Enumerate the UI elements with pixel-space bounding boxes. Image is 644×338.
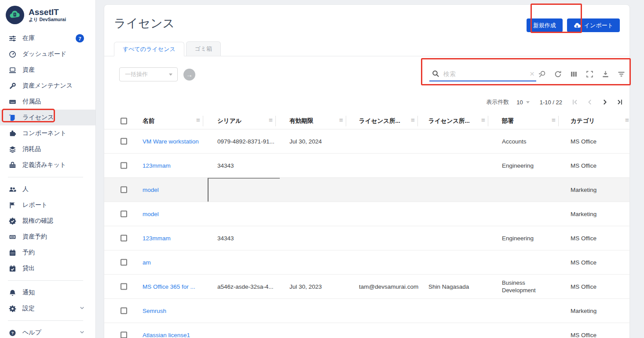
sidebar-item-predefined-kits[interactable]: 定義済みキット [0,157,95,173]
sidebar-item-components[interactable]: コンポーネント [0,125,95,141]
license-name-link[interactable]: model [143,211,159,217]
select-all-checkbox[interactable] [121,118,127,125]
license-name-link[interactable]: model [143,187,159,193]
column-separator[interactable] [488,116,488,126]
table-row[interactable]: SemrushMarketing [104,299,629,323]
sidebar-item-accessories[interactable]: 付属品 [0,94,95,110]
sidebar-item-asset-maintenance[interactable]: 資産メンテナンス [0,78,95,94]
column-separator[interactable] [417,116,418,126]
sidebar-item-people[interactable]: 人 [0,181,95,197]
sidebar-divider [8,320,83,321]
app-logo-icon [6,6,24,24]
row-checkbox[interactable] [121,187,127,193]
column-menu-icon[interactable]: = [552,116,556,124]
license-name-link[interactable]: Atlassian license1 [143,332,190,338]
cell-category: MS Office [571,259,628,266]
puzzle-icon [8,130,16,137]
row-checkbox[interactable] [121,138,127,145]
bell-icon [8,289,16,297]
column-header[interactable]: カテゴリ [571,117,595,125]
column-separator[interactable] [346,116,346,126]
table-row[interactable]: MS Office 365 for ...a546z-asde-32sa-4..… [104,275,629,299]
table-row[interactable]: Atlassian license1MS Office [104,323,629,338]
row-checkbox[interactable] [121,308,127,314]
bulk-action-go-button[interactable]: → [183,69,195,81]
column-menu-icon[interactable]: = [411,116,415,124]
row-checkbox[interactable] [121,283,127,290]
license-name-link[interactable]: 123mmam [143,162,171,169]
refresh-icon[interactable] [554,70,562,78]
sidebar-item-consumables[interactable]: 消耗品 [0,141,95,157]
row-checkbox[interactable] [121,162,127,169]
table-row[interactable]: 123mmam34343EngineeringMS Office [104,226,629,250]
chevron-down-icon[interactable] [79,305,85,312]
license-name-link[interactable]: VM Ware workstation [143,138,199,145]
column-header[interactable]: ライセンス所... [359,117,400,125]
column-menu-icon[interactable]: = [625,116,629,124]
license-name-link[interactable]: MS Office 365 for ... [143,283,195,290]
next-page-icon[interactable] [601,99,608,106]
table-row[interactable]: modelMarketing [104,202,629,226]
column-header[interactable]: ライセンス所... [428,117,470,125]
sidebar-item-settings[interactable]: 設定 [0,301,95,316]
search-input[interactable] [443,70,526,77]
layers-icon [8,146,16,153]
column-header[interactable]: シリアル [217,117,242,125]
row-checkbox[interactable] [121,211,127,217]
sidebar-item-asset-reservation[interactable]: 資産予約 [0,229,95,245]
row-checkbox[interactable] [121,332,127,338]
column-header[interactable]: 名前 [143,117,154,125]
cell-serial: 0979-4892-8371-91... [217,138,288,145]
column-menu-icon[interactable]: = [339,116,343,124]
sidebar-item-dashboard[interactable]: ダッシュボード [0,46,95,62]
sidebar-item-licenses[interactable]: ライセンス [0,110,95,125]
table-body: VM Ware workstation0979-4892-8371-91...J… [104,129,629,338]
sidebar-item-audit-check[interactable]: 親権の確認 [0,213,95,229]
sidebar-item-reservation[interactable]: 予約 [0,245,95,261]
chevron-down-icon[interactable] [79,329,85,336]
import-button[interactable]: インポート [567,18,620,32]
column-menu-icon[interactable]: = [196,116,200,124]
sidebar-item-label: ヘルプ [22,329,41,337]
sidebar-item-stock[interactable]: 在庫7 [0,30,95,46]
tab-trash[interactable]: ゴミ箱 [186,41,221,56]
column-separator[interactable] [203,116,203,126]
sidebar-item-reports[interactable]: レポート [0,197,95,213]
clear-search-icon[interactable]: × [530,70,534,78]
cell-name: am [143,259,206,266]
row-checkbox[interactable] [121,259,127,266]
filter-icon[interactable] [618,70,625,78]
cell-category: MS Office [571,332,628,338]
fullscreen-icon[interactable] [586,70,593,78]
badge-count: 7 [76,34,84,43]
license-name-link[interactable]: am [143,259,151,266]
advanced-search-icon[interactable] [538,70,546,78]
row-checkbox[interactable] [121,235,127,242]
table-row[interactable]: VM Ware workstation0979-4892-8371-91...J… [104,129,629,154]
app-logo[interactable]: AssetIT より DevSamurai [0,0,95,29]
sidebar-item-label: ダッシュボード [22,50,66,58]
column-separator[interactable] [558,116,559,126]
sidebar-item-checkout[interactable]: 貸出 [0,261,95,276]
column-header[interactable]: 有効期限 [289,117,313,125]
column-menu-icon[interactable]: = [269,116,273,124]
column-header[interactable]: 部署 [502,117,514,125]
table-row[interactable]: 123mmam34343EngineeringMS Office [104,154,629,178]
last-page-icon[interactable] [616,99,623,106]
tab-all-licenses[interactable]: すべてのライセンス [114,42,184,56]
page-size-select[interactable]: 10 [516,99,529,106]
sidebar-item-label: 資産 [22,66,35,74]
download-icon[interactable] [602,70,609,78]
license-name-link[interactable]: Semrush [143,308,166,314]
table-row[interactable]: modelMarketing [104,178,629,202]
table-row[interactable]: amMS Office [104,250,629,275]
license-name-link[interactable]: 123mmam [143,235,171,242]
bulk-action-select[interactable]: 一括操作 [119,67,178,81]
create-button[interactable]: 新規作成 [527,18,563,32]
column-menu-icon[interactable]: = [481,116,485,124]
sidebar-item-assets[interactable]: 資産 [0,62,95,78]
sidebar-item-notifications[interactable]: 通知 [0,285,95,301]
columns-icon[interactable] [570,70,578,78]
column-separator[interactable] [275,116,276,126]
sidebar-item-help[interactable]: ?ヘルプ [0,325,95,338]
